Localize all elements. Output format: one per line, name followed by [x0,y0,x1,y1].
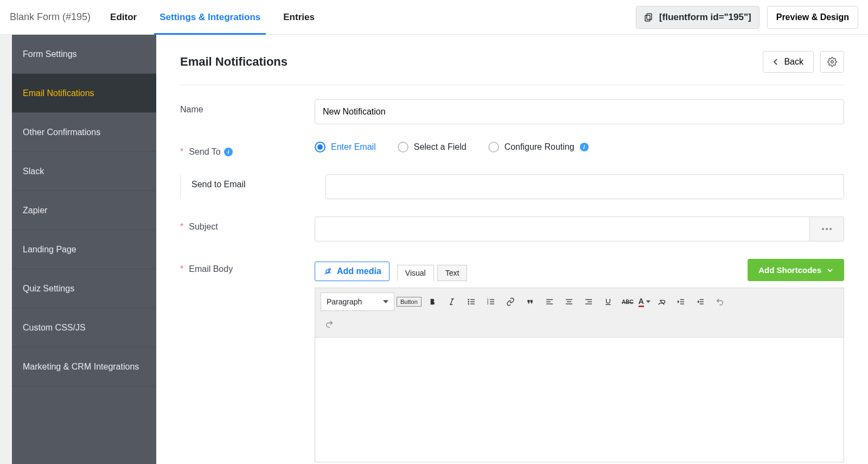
label-send-to: * Send To i [180,142,315,157]
page-header: Email Notifications Back [180,51,844,85]
svg-rect-20 [490,303,494,304]
editor-content-area[interactable] [315,338,844,462]
svg-rect-36 [700,299,704,300]
sidebar-item-custom-cssjs[interactable]: Custom CSS/JS [12,308,156,347]
svg-rect-28 [588,301,592,302]
sidebar-item-marketing-crm[interactable]: Marketing & CRM Integrations [12,347,156,386]
chevron-left-icon [773,58,778,66]
radio-enter-email[interactable]: Enter Email [315,142,376,152]
svg-rect-34 [680,303,684,304]
required-mark: * [180,147,183,157]
content-panel: Email Notifications Back Name [156,35,868,464]
sidebar-item-slack[interactable]: Slack [12,152,156,191]
settings-gear-button[interactable] [820,51,844,73]
tab-entries[interactable]: Entries [283,0,315,35]
svg-marker-31 [646,301,650,303]
insert-button-chip[interactable]: Button [397,297,422,307]
subject-shortcode-button[interactable] [810,217,845,241]
radio-icon [315,142,326,152]
radio-icon [488,142,499,152]
svg-rect-33 [680,301,684,302]
row-name: Name [180,99,844,124]
name-input[interactable] [315,99,844,124]
text-color-button[interactable]: A [639,293,650,310]
svg-rect-24 [566,299,572,300]
page-actions: Back [763,51,844,73]
back-button[interactable]: Back [763,51,814,73]
editor-tab-text[interactable]: Text [437,265,468,281]
row-send-to: * Send To i Enter Email Select a Field [180,142,844,157]
align-left-button[interactable] [541,293,558,310]
svg-point-4 [329,269,330,270]
bold-button[interactable] [424,293,441,310]
svg-point-13 [468,303,469,305]
media-icon [323,266,333,276]
undo-button[interactable] [711,293,729,310]
tab-settings-integrations[interactable]: Settings & Integrations [159,0,260,35]
radio-select-field[interactable]: Select a Field [398,142,467,152]
svg-rect-0 [647,14,652,20]
preview-design-button[interactable]: Preview & Design [767,6,858,29]
link-button[interactable] [502,293,519,310]
indent-button[interactable] [692,293,709,310]
settings-sidebar: Form Settings Email Notifications Other … [12,35,156,464]
svg-rect-25 [567,301,571,302]
sidebar-item-landing-page[interactable]: Landing Page [12,230,156,269]
caret-down-icon [383,299,388,304]
app-header: Blank Form (#195) Editor Settings & Inte… [0,0,868,35]
row-send-to-email: Send to Email [180,174,844,199]
numbered-list-button[interactable]: 123 [482,293,500,310]
svg-rect-16 [490,299,494,300]
svg-rect-1 [645,15,650,21]
svg-rect-18 [490,301,494,302]
label-send-to-email: Send to Email [180,174,315,199]
editor-tab-visual[interactable]: Visual [397,265,434,281]
svg-point-2 [831,61,834,63]
svg-rect-21 [546,299,553,300]
header-actions: [fluentform id="195"] Preview & Design [636,6,858,29]
shortcode-copy[interactable]: [fluentform id="195"] [636,6,760,29]
svg-rect-22 [546,301,551,302]
radio-configure-routing[interactable]: Configure Routing i [488,142,589,152]
italic-button[interactable] [443,293,461,310]
add-media-button[interactable]: Add media [315,262,390,281]
svg-rect-38 [700,303,704,304]
block-format-select[interactable]: Paragraph [321,293,394,311]
blockquote-button[interactable] [521,293,539,310]
svg-line-6 [450,299,452,305]
radio-icon [398,142,409,152]
align-center-button[interactable] [560,293,578,310]
send-to-email-input[interactable] [326,174,844,199]
sidebar-item-other-confirmations[interactable]: Other Confirmations [12,113,156,152]
svg-rect-29 [585,303,592,304]
redo-button[interactable] [321,315,338,333]
sidebar-item-email-notifications[interactable]: Email Notifications [12,74,156,113]
svg-marker-39 [697,300,699,303]
align-right-button[interactable] [580,293,597,310]
gear-icon [827,57,837,67]
svg-point-11 [468,301,469,303]
svg-rect-10 [470,299,475,300]
bullet-list-button[interactable] [463,293,480,310]
svg-marker-5 [383,300,388,303]
tab-editor[interactable]: Editor [110,0,137,35]
editor-toolbar: Paragraph Button 123 [315,288,844,338]
page-title: Email Notifications [180,55,288,69]
subject-input[interactable] [315,217,810,241]
copy-icon [644,12,654,22]
svg-marker-35 [678,300,679,303]
add-shortcodes-button[interactable]: Add Shortcodes [748,259,844,281]
sidebar-item-form-settings[interactable]: Form Settings [12,35,156,74]
svg-rect-23 [546,303,553,304]
outdent-button[interactable] [672,293,690,310]
info-icon[interactable]: i [580,143,589,151]
svg-rect-32 [680,299,684,300]
sidebar-item-quiz-settings[interactable]: Quiz Settings [12,269,156,308]
underline-button[interactable] [599,293,617,310]
clear-formatting-button[interactable] [653,293,670,310]
main-tabs: Editor Settings & Integrations Entries [110,0,315,35]
svg-rect-37 [700,301,704,302]
sidebar-item-zapier[interactable]: Zapier [12,191,156,230]
strikethrough-button[interactable]: ABC [619,293,636,310]
info-icon[interactable]: i [224,148,233,156]
